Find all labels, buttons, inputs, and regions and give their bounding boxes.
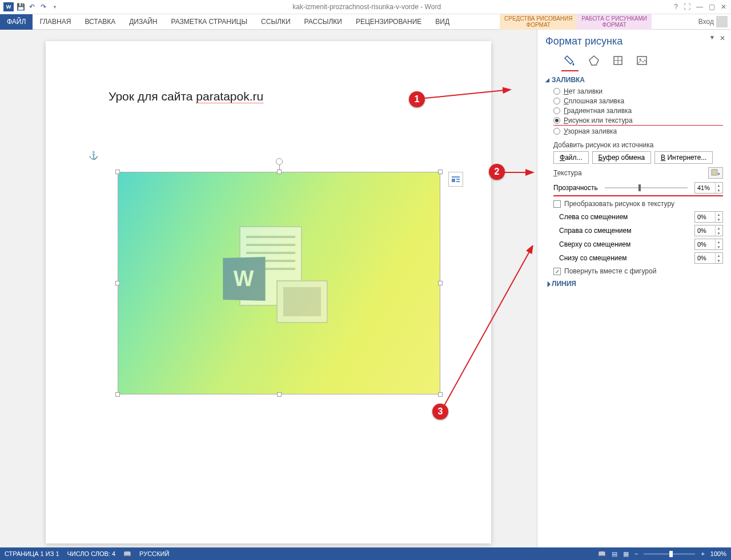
- tab-picture-tools[interactable]: РАБОТА С РИСУНКАМИФОРМАТ: [577, 14, 651, 30]
- anchor-icon: ⚓: [89, 151, 98, 160]
- resize-handle[interactable]: [438, 170, 443, 174]
- offset-top-label: Сверху со смещением: [559, 240, 694, 248]
- page-heading: Урок для сайта paratapok.ru: [109, 90, 428, 103]
- maximize-icon[interactable]: ▢: [709, 3, 715, 11]
- ribbon-tabs: ФАЙЛ ГЛАВНАЯ ВСТАВКА ДИЗАЙН РАЗМЕТКА СТР…: [0, 14, 731, 30]
- offset-right-input[interactable]: 0%▲▼: [694, 225, 723, 236]
- login-link[interactable]: Вход: [695, 16, 731, 27]
- offset-top-input[interactable]: 0%▲▼: [694, 239, 723, 250]
- tab-file[interactable]: ФАЙЛ: [0, 14, 33, 30]
- add-picture-label: Добавить рисунок из источника: [553, 141, 723, 149]
- clipboard-button[interactable]: Буфер обмена: [592, 151, 652, 164]
- offset-left-input[interactable]: 0%▲▼: [694, 211, 723, 223]
- radio-gradient-fill[interactable]: Градиентная заливка: [553, 107, 723, 115]
- close-icon[interactable]: ✕: [721, 3, 726, 11]
- online-button[interactable]: В Интернете...: [654, 151, 713, 164]
- resize-handle[interactable]: [277, 170, 282, 174]
- layout-options-button[interactable]: [448, 172, 463, 187]
- redo-icon[interactable]: ↷: [39, 2, 48, 11]
- offset-bottom-label: Снизу со смещением: [559, 254, 694, 262]
- svg-rect-1: [452, 179, 455, 182]
- tab-drawing-tools[interactable]: СРЕДСТВА РИСОВАНИЯФОРМАТ: [500, 14, 577, 30]
- fill-line-icon[interactable]: [563, 53, 577, 68]
- web-layout-icon[interactable]: ▦: [623, 550, 629, 558]
- zoom-out-button[interactable]: −: [634, 550, 638, 557]
- qat-dropdown-icon[interactable]: ▼: [50, 2, 59, 11]
- shape-fill: W: [118, 172, 440, 394]
- texture-label: Текстура: [553, 169, 708, 177]
- rotate-checkbox[interactable]: ✓Повернуть вместе с фигурой: [553, 267, 723, 275]
- transparency-input[interactable]: 41%▲▼: [694, 182, 723, 194]
- zoom-in-button[interactable]: +: [701, 550, 704, 557]
- tile-checkbox[interactable]: Преобразовать рисунок в текстуру: [553, 200, 723, 208]
- svg-rect-2: [456, 179, 460, 180]
- svg-marker-7: [589, 56, 599, 65]
- resize-handle[interactable]: [277, 392, 282, 397]
- transparency-slider[interactable]: [605, 187, 688, 188]
- word-app-icon: W: [3, 2, 14, 11]
- svg-text:▾: ▾: [718, 172, 720, 176]
- pane-options-icon[interactable]: ▼: [709, 34, 715, 42]
- texture-dropdown[interactable]: ▾: [708, 167, 723, 179]
- tab-layout[interactable]: РАЗМЕТКА СТРАНИЦЫ: [164, 14, 255, 30]
- radio-picture-fill[interactable]: Рисунок или текстура: [553, 116, 723, 126]
- svg-rect-0: [452, 176, 460, 178]
- resize-handle[interactable]: [438, 281, 443, 285]
- title-bar: W 💾 ↶ ↷ ▼ kak-izmenit-prozrachnost-risun…: [0, 0, 731, 14]
- proofing-icon[interactable]: 📖: [123, 550, 131, 558]
- tab-design[interactable]: ДИЗАЙН: [122, 14, 164, 30]
- layout-props-icon[interactable]: [610, 53, 625, 68]
- fill-section-header[interactable]: ◢ЗАЛИВКА: [545, 76, 723, 84]
- resize-handle[interactable]: [115, 392, 120, 397]
- effects-icon[interactable]: [587, 53, 601, 68]
- resize-handle[interactable]: [115, 281, 120, 285]
- undo-icon[interactable]: ↶: [27, 2, 37, 11]
- help-icon[interactable]: ?: [674, 3, 678, 11]
- transparency-label: Прозрачность: [553, 184, 598, 192]
- print-layout-icon[interactable]: ▤: [612, 550, 617, 558]
- resize-handle[interactable]: [438, 392, 443, 397]
- pane-close-icon[interactable]: ✕: [720, 34, 725, 42]
- offset-right-label: Справа со смещением: [559, 227, 694, 235]
- ribbon-display-icon[interactable]: ⛶: [684, 3, 690, 11]
- annotation-1: 1: [409, 91, 425, 107]
- svg-point-12: [640, 59, 641, 61]
- word-count[interactable]: ЧИСЛО СЛОВ: 4: [67, 550, 116, 557]
- file-button[interactable]: Файл...: [553, 151, 589, 164]
- pane-title: Формат рисунка: [545, 35, 723, 47]
- picture-icon[interactable]: [634, 53, 649, 68]
- word-logo-image: W: [222, 226, 336, 340]
- language[interactable]: РУССКИЙ: [139, 550, 169, 557]
- page: Урок для сайта paratapok.ru ⚓ W: [46, 41, 491, 543]
- avatar: [716, 16, 728, 27]
- annotation-3: 3: [432, 404, 448, 420]
- selected-shape[interactable]: W: [118, 172, 440, 394]
- window-title: kak-izmenit-prozrachnost-risunka-v-vorde…: [59, 3, 674, 11]
- radio-no-fill[interactable]: Нет заливки: [553, 87, 723, 95]
- offset-left-label: Слева со смещением: [559, 213, 694, 221]
- radio-solid-fill[interactable]: Сплошная заливка: [553, 97, 723, 105]
- svg-rect-13: [712, 170, 717, 175]
- tab-mailings[interactable]: РАССЫЛКИ: [298, 14, 349, 30]
- format-picture-pane: ▼✕ Формат рисунка ◢ЗАЛИВКА Нет заливки С…: [537, 30, 731, 547]
- radio-pattern-fill[interactable]: Узорная заливка: [553, 127, 723, 135]
- tab-review[interactable]: РЕЦЕНЗИРОВАНИЕ: [349, 14, 428, 30]
- page-count[interactable]: СТРАНИЦА 1 ИЗ 1: [5, 550, 59, 557]
- document-area[interactable]: Урок для сайта paratapok.ru ⚓ W: [0, 30, 537, 547]
- rotate-handle[interactable]: [276, 158, 283, 165]
- tab-references[interactable]: ССЫЛКИ: [254, 14, 297, 30]
- minimize-icon[interactable]: —: [696, 3, 703, 11]
- tab-view[interactable]: ВИД: [428, 14, 456, 30]
- tab-home[interactable]: ГЛАВНАЯ: [33, 14, 78, 30]
- line-section-header[interactable]: ◢ЛИНИЯ: [545, 280, 723, 288]
- status-bar: СТРАНИЦА 1 ИЗ 1 ЧИСЛО СЛОВ: 4 📖 РУССКИЙ …: [0, 547, 731, 560]
- resize-handle[interactable]: [115, 170, 120, 174]
- svg-rect-3: [456, 181, 460, 182]
- zoom-slider[interactable]: [644, 553, 695, 555]
- save-icon[interactable]: 💾: [16, 2, 25, 11]
- zoom-level[interactable]: 100%: [710, 550, 726, 557]
- annotation-2: 2: [489, 164, 505, 180]
- tab-insert[interactable]: ВСТАВКА: [78, 14, 122, 30]
- offset-bottom-input[interactable]: 0%▲▼: [694, 252, 723, 264]
- read-mode-icon[interactable]: 📖: [598, 550, 606, 558]
